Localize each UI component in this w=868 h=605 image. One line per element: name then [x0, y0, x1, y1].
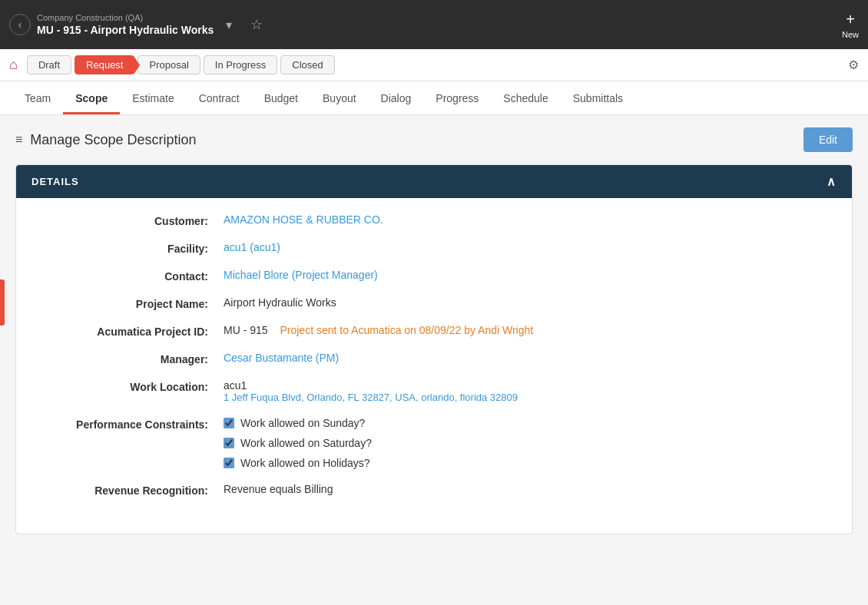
scope-title: ≡ Manage Scope Description — [15, 132, 196, 148]
side-indicator — [0, 279, 5, 326]
detail-row-facility: Facility: acu1 (acu1) — [47, 241, 821, 255]
revenue-recognition-label: Revenue Recognition: — [47, 483, 224, 497]
manager-link[interactable]: Cesar Bustamante (PM) — [224, 352, 339, 364]
status-bar: ⌂ Draft Request Proposal In Progress Clo… — [0, 49, 868, 81]
details-body: Customer: AMAZON HOSE & RUBBER CO. Facil… — [16, 198, 852, 534]
tab-bar: Team Scope Estimate Contract Budget Buyo… — [0, 81, 868, 115]
detail-row-performance-constraints: Performance Constraints: Work allowed on… — [47, 417, 821, 469]
nav-back-button[interactable]: ‹ — [9, 14, 31, 35]
facility-label: Facility: — [47, 241, 224, 255]
project-name: MU - 915 - Airport Hydraulic Works — [37, 24, 214, 36]
checkbox-sunday[interactable]: Work allowed on Sunday? — [224, 417, 821, 429]
acumatica-id-value: MU - 915 Project sent to Acumatica on 08… — [224, 324, 821, 336]
tab-progress[interactable]: Progress — [423, 84, 491, 114]
back-icon: ‹ — [18, 18, 22, 31]
tab-scope[interactable]: Scope — [63, 84, 120, 114]
new-button[interactable]: + New — [842, 11, 859, 39]
details-header-label: DETAILS — [31, 176, 79, 187]
acumatica-id-label: Acumatica Project ID: — [47, 324, 224, 338]
acumatica-sent-message: Project sent to Acumatica on 08/09/22 by… — [280, 324, 533, 336]
detail-row-work-location: Work Location: acu1 1 Jeff Fuqua Blvd, O… — [47, 379, 821, 403]
checkbox-saturday-label: Work allowed on Saturday? — [240, 437, 372, 449]
work-location-name: acu1 — [224, 379, 247, 392]
work-location-label: Work Location: — [47, 379, 224, 393]
project-selector: Company Construction (QA) MU - 915 - Air… — [37, 13, 214, 36]
tab-budget[interactable]: Budget — [252, 84, 310, 114]
acumatica-id-text: MU - 915 — [224, 324, 268, 336]
detail-row-acumatica-id: Acumatica Project ID: MU - 915 Project s… — [47, 324, 821, 338]
status-closed-button[interactable]: Closed — [280, 55, 334, 74]
detail-row-customer: Customer: AMAZON HOSE & RUBBER CO. — [47, 213, 821, 227]
detail-row-project-name: Project Name: Airport Hydraulic Works — [47, 296, 821, 310]
scope-header: ≡ Manage Scope Description Edit — [15, 127, 853, 152]
customer-label: Customer: — [47, 213, 224, 227]
performance-constraints-label: Performance Constraints: — [47, 417, 224, 431]
checkbox-saturday-input[interactable] — [224, 438, 234, 448]
work-location-value: acu1 1 Jeff Fuqua Blvd, Orlando, FL 3282… — [224, 379, 821, 403]
hamburger-icon[interactable]: ≡ — [15, 133, 22, 147]
details-section: DETAILS ∧ Customer: AMAZON HOSE & RUBBER… — [15, 164, 853, 534]
checkbox-holidays-label: Work allowed on Holidays? — [240, 457, 370, 469]
revenue-recognition-value: Revenue equals Billing — [224, 483, 821, 495]
scope-title-text: Manage Scope Description — [30, 132, 196, 148]
checkbox-group: Work allowed on Sunday? Work allowed on … — [224, 417, 821, 469]
tab-estimate[interactable]: Estimate — [120, 84, 186, 114]
facility-value: acu1 (acu1) — [224, 241, 821, 253]
status-request-button[interactable]: Request — [75, 55, 134, 74]
performance-constraints-value: Work allowed on Sunday? Work allowed on … — [224, 417, 821, 469]
gear-icon[interactable]: ⚙ — [848, 58, 859, 72]
edit-button[interactable]: Edit — [803, 127, 853, 152]
status-draft-button[interactable]: Draft — [27, 55, 71, 74]
main-content: ≡ Manage Scope Description Edit DETAILS … — [0, 115, 868, 605]
facility-link[interactable]: acu1 (acu1) — [224, 241, 280, 253]
project-dropdown-button[interactable]: ▾ — [226, 18, 232, 32]
contact-label: Contact: — [47, 269, 224, 283]
tab-schedule[interactable]: Schedule — [491, 84, 560, 114]
tab-buyout[interactable]: Buyout — [310, 84, 369, 114]
detail-row-revenue-recognition: Revenue Recognition: Revenue equals Bill… — [47, 483, 821, 497]
checkbox-holidays-input[interactable] — [224, 458, 234, 468]
new-label: New — [842, 30, 859, 39]
contact-value: Michael Blore (Project Manager) — [224, 269, 821, 281]
manager-label: Manager: — [47, 352, 224, 365]
status-proposal-button[interactable]: Proposal — [137, 55, 200, 74]
status-inprogress-button[interactable]: In Progress — [204, 55, 277, 74]
manager-value: Cesar Bustamante (PM) — [224, 352, 821, 364]
home-icon[interactable]: ⌂ — [9, 57, 18, 73]
plus-icon: + — [846, 11, 855, 28]
contact-link[interactable]: Michael Blore (Project Manager) — [224, 269, 378, 281]
checkbox-sunday-input[interactable] — [224, 418, 234, 428]
chevron-up-icon: ∧ — [827, 174, 837, 189]
details-header[interactable]: DETAILS ∧ — [16, 165, 852, 198]
tab-contract[interactable]: Contract — [187, 84, 252, 114]
detail-row-contact: Contact: Michael Blore (Project Manager) — [47, 269, 821, 283]
favorite-star-icon[interactable]: ☆ — [250, 16, 263, 33]
work-location-address-link[interactable]: 1 Jeff Fuqua Blvd, Orlando, FL 32827, US… — [224, 392, 821, 403]
detail-row-manager: Manager: Cesar Bustamante (PM) — [47, 352, 821, 365]
customer-value: AMAZON HOSE & RUBBER CO. — [224, 213, 821, 226]
company-name: Company Construction (QA) — [37, 13, 214, 22]
checkbox-holidays[interactable]: Work allowed on Holidays? — [224, 457, 821, 469]
customer-link[interactable]: AMAZON HOSE & RUBBER CO. — [224, 213, 383, 226]
top-bar-left: ‹ Company Construction (QA) MU - 915 - A… — [9, 13, 859, 36]
checkbox-sunday-label: Work allowed on Sunday? — [240, 417, 365, 429]
project-name-label: Project Name: — [47, 296, 224, 310]
tab-team[interactable]: Team — [12, 84, 63, 114]
tab-submittals[interactable]: Submittals — [561, 84, 635, 114]
top-bar: ‹ Company Construction (QA) MU - 915 - A… — [0, 0, 868, 49]
checkbox-saturday[interactable]: Work allowed on Saturday? — [224, 437, 821, 449]
tab-dialog[interactable]: Dialog — [369, 84, 424, 114]
project-name-value: Airport Hydraulic Works — [224, 296, 821, 309]
